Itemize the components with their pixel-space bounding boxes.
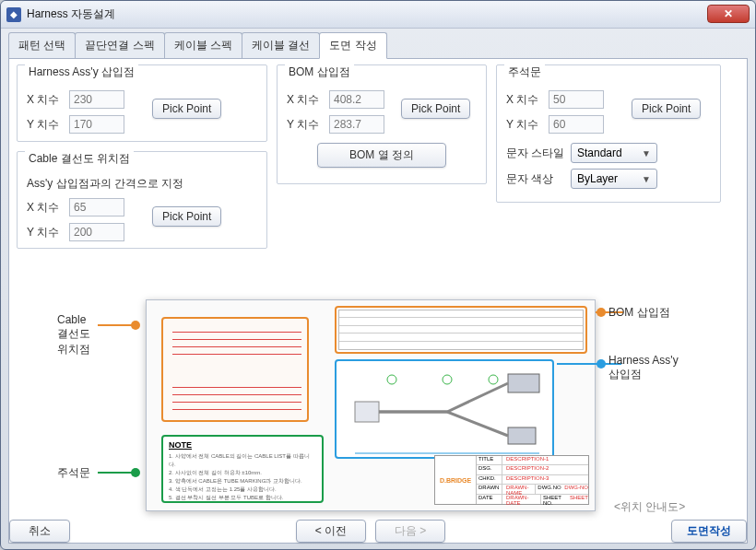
harness-icon [337, 361, 556, 461]
annot-y-label: Y 치수 [506, 117, 549, 133]
app-window: ◆ Harness 자동설계 ✕ 패턴 선택 끝단연결 스펙 케이블 스펙 케이… [0, 0, 756, 550]
bom-pick-button[interactable]: Pick Point [401, 99, 470, 119]
group-harness-legend: Harness Ass'y 삽입점 [25, 64, 138, 80]
cable-y-input[interactable] [69, 223, 124, 241]
group-annot: 주석문 X 치수 Pick Point Y 치수 문자 스타일 Standard… [496, 64, 721, 203]
bom-y-input[interactable] [329, 115, 384, 134]
group-bom: BOM 삽입점 X 치수 Pick Point Y 치수 BOM 열 정의 [277, 64, 487, 184]
bom-columns-button[interactable]: BOM 열 정의 [317, 143, 446, 168]
tab-drawing[interactable]: 도면 작성 [319, 32, 386, 59]
group-annot-legend: 주석문 [504, 64, 545, 80]
annot-style-value: Standard [577, 146, 622, 159]
tab-cableconn[interactable]: 케이블 결선 [242, 32, 320, 59]
bottom-bar: 취소 < 이전 다음 > 도면작성 [9, 514, 747, 543]
annot-color-label: 문자 색상 [506, 171, 571, 187]
next-button[interactable]: 다음 > [375, 520, 445, 543]
note-heading: NOTE [169, 440, 316, 450]
bom-x-label: X 치수 [287, 92, 329, 108]
annot-color-combo[interactable]: ByLayer ▼ [571, 169, 657, 189]
cable-subhead: Ass'y 삽입점과의 간격으로 지정 [27, 176, 257, 192]
preview-bom-box [335, 306, 587, 354]
group-bom-legend: BOM 삽입점 [285, 64, 354, 80]
cable-x-input[interactable] [69, 198, 124, 216]
annot-style-label: 문자 스타일 [506, 146, 571, 161]
preview-guide-label: <위치 안내도> [614, 499, 685, 515]
chevron-down-icon: ▼ [642, 148, 651, 158]
client-area: 패턴 선택 끝단연결 스펙 케이블 스펙 케이블 결선 도면 작성 Harnes… [8, 32, 748, 542]
svg-point-3 [387, 375, 396, 384]
svg-rect-2 [508, 427, 536, 444]
harness-x-input[interactable] [69, 90, 124, 109]
svg-rect-1 [508, 374, 539, 392]
window-title: Harness 자동설계 [27, 6, 115, 22]
svg-point-5 [489, 375, 498, 384]
svg-point-4 [443, 375, 452, 384]
group-cable: Cable 결선도 위치점 Ass'y 삽입점과의 간격으로 지정 X 치수 P… [17, 151, 267, 249]
annot-pick-button[interactable]: Pick Point [632, 99, 701, 119]
harness-y-input[interactable] [69, 115, 124, 134]
annot-x-label: X 치수 [506, 92, 549, 108]
callout-label-annot: 주석문 [57, 465, 90, 481]
tabstrip: 패턴 선택 끝단연결 스펙 케이블 스펙 케이블 결선 도면 작성 [8, 32, 748, 59]
tab-panel: Harness Ass'y 삽입점 X 치수 Pick Point Y 치수 C… [8, 58, 748, 544]
bom-x-input[interactable] [329, 90, 384, 109]
harness-y-label: Y 치수 [27, 117, 69, 133]
annot-color-value: ByLayer [577, 172, 618, 185]
tab-cablespec[interactable]: 케이블 스펙 [164, 32, 242, 59]
cancel-button[interactable]: 취소 [9, 520, 70, 543]
prev-button[interactable]: < 이전 [296, 520, 366, 543]
harness-pick-button[interactable]: Pick Point [152, 99, 221, 119]
annot-style-combo[interactable]: Standard ▼ [571, 143, 657, 163]
svg-rect-0 [355, 402, 379, 422]
tab-endspec[interactable]: 끝단연결 스펙 [75, 32, 164, 59]
preview-diagram: NOTE 1. 사양에서 전체 CABLE의 길이는 CABLE LIST를 따… [146, 299, 596, 511]
annot-y-input[interactable] [549, 115, 604, 134]
preview-harness-box [335, 359, 554, 459]
preview-titleblock: D.BRIDGE TITLEDESCRIPTION-1 DSG.DESCRIPT… [434, 455, 589, 505]
cable-x-label: X 치수 [27, 200, 69, 216]
titlebar: ◆ Harness 자동설계 ✕ [1, 1, 755, 29]
group-harness: Harness Ass'y 삽입점 X 치수 Pick Point Y 치수 [17, 64, 267, 142]
callout-line-annot [98, 472, 135, 474]
annot-x-input[interactable] [549, 90, 604, 109]
cable-pick-button[interactable]: Pick Point [152, 206, 221, 227]
tab-pattern[interactable]: 패턴 선택 [8, 32, 76, 59]
create-drawing-button[interactable]: 도면작성 [671, 520, 747, 543]
callout-label-harness: Harness Ass'y 삽입점 [608, 354, 679, 382]
callout-label-bom: BOM 삽입점 [608, 305, 670, 321]
preview-cable-box [161, 317, 309, 422]
callout-line-cable [98, 324, 135, 326]
chevron-down-icon: ▼ [642, 174, 651, 184]
preview-note-box: NOTE 1. 사양에서 전체 CABLE의 길이는 CABLE LIST를 따… [161, 435, 324, 503]
harness-x-label: X 치수 [27, 92, 69, 108]
bom-y-label: Y 치수 [287, 117, 329, 133]
cable-y-label: Y 치수 [27, 225, 69, 240]
group-cable-legend: Cable 결선도 위치점 [25, 151, 134, 167]
callout-label-cable: Cable 결선도 위치점 [57, 313, 90, 357]
close-button[interactable]: ✕ [707, 5, 750, 23]
app-icon: ◆ [6, 7, 21, 22]
